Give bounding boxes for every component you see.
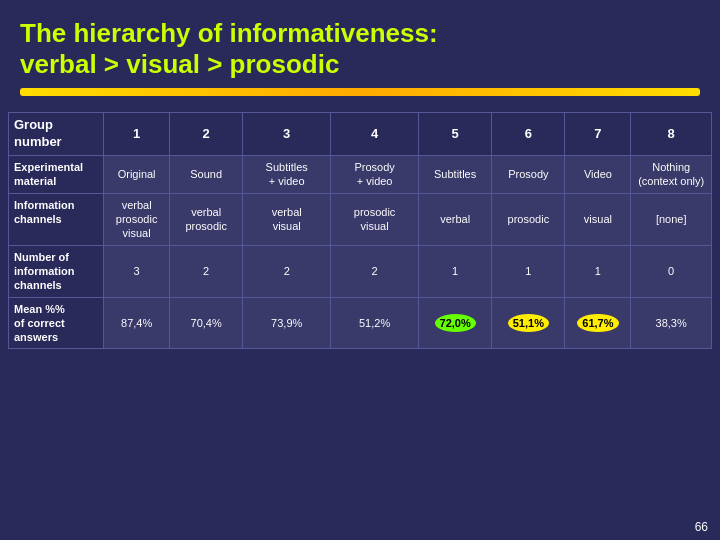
cell-exp-1: Original (104, 156, 170, 194)
cell-mean-7: 61,7% (565, 297, 631, 349)
row-label-experimental: Experimental material (9, 156, 104, 194)
cell-mean-4: 51,2% (331, 297, 419, 349)
cell-num-3: 2 (243, 245, 331, 297)
highlight-green-72: 72,0% (435, 314, 476, 332)
cell-ch-2: verbalprosodic (170, 193, 243, 245)
col-header-2: 2 (170, 113, 243, 156)
cell-exp-2: Sound (170, 156, 243, 194)
cell-exp-5: Subtitles (419, 156, 492, 194)
yellow-divider (20, 88, 700, 96)
cell-exp-3: Subtitles+ video (243, 156, 331, 194)
table-area: Groupnumber 1 2 3 4 5 6 7 8 Experimental… (0, 106, 720, 540)
data-table: Groupnumber 1 2 3 4 5 6 7 8 Experimental… (8, 112, 712, 349)
cell-num-6: 1 (492, 245, 565, 297)
row-label-channels: Information channels (9, 193, 104, 245)
page-number: 66 (695, 520, 708, 534)
cell-num-4: 2 (331, 245, 419, 297)
row-label-number: Number of information channels (9, 245, 104, 297)
header-row: Groupnumber 1 2 3 4 5 6 7 8 (9, 113, 712, 156)
col-header-7: 7 (565, 113, 631, 156)
title-line2: verbal > visual > prosodic (20, 49, 339, 79)
title-line1: The hierarchy of informativeness: (20, 18, 438, 48)
row-label-mean: Mean %%of correctanswers (9, 297, 104, 349)
cell-mean-2: 70,4% (170, 297, 243, 349)
table-row: Experimental material Original Sound Sub… (9, 156, 712, 194)
cell-num-8: 0 (631, 245, 712, 297)
cell-num-7: 1 (565, 245, 631, 297)
slide: The hierarchy of informativeness: verbal… (0, 0, 720, 540)
table-row: Number of information channels 3 2 2 2 1… (9, 245, 712, 297)
cell-ch-5: verbal (419, 193, 492, 245)
cell-exp-8: Nothing(context only) (631, 156, 712, 194)
cell-num-2: 2 (170, 245, 243, 297)
cell-mean-8: 38,3% (631, 297, 712, 349)
cell-ch-4: prosodicvisual (331, 193, 419, 245)
title-area: The hierarchy of informativeness: verbal… (0, 0, 720, 106)
col-header-4: 4 (331, 113, 419, 156)
cell-ch-1: verbalprosodicvisual (104, 193, 170, 245)
col-header-8: 8 (631, 113, 712, 156)
highlight-yellow-51: 51,1% (508, 314, 549, 332)
cell-mean-3: 73,9% (243, 297, 331, 349)
highlight-yellow-61: 61,7% (577, 314, 618, 332)
cell-ch-6: prosodic (492, 193, 565, 245)
cell-exp-6: Prosody (492, 156, 565, 194)
cell-num-1: 3 (104, 245, 170, 297)
col-header-label: Groupnumber (9, 113, 104, 156)
cell-ch-3: verbalvisual (243, 193, 331, 245)
cell-num-5: 1 (419, 245, 492, 297)
cell-ch-7: visual (565, 193, 631, 245)
col-header-1: 1 (104, 113, 170, 156)
cell-mean-1: 87,4% (104, 297, 170, 349)
cell-mean-6: 51,1% (492, 297, 565, 349)
col-header-6: 6 (492, 113, 565, 156)
col-header-3: 3 (243, 113, 331, 156)
table-row: Information channels verbalprosodicvisua… (9, 193, 712, 245)
col-header-5: 5 (419, 113, 492, 156)
cell-mean-5: 72,0% (419, 297, 492, 349)
table-row: Mean %%of correctanswers 87,4% 70,4% 73,… (9, 297, 712, 349)
cell-ch-8: [none] (631, 193, 712, 245)
cell-exp-7: Video (565, 156, 631, 194)
cell-exp-4: Prosody+ video (331, 156, 419, 194)
title-text: The hierarchy of informativeness: verbal… (20, 18, 700, 80)
